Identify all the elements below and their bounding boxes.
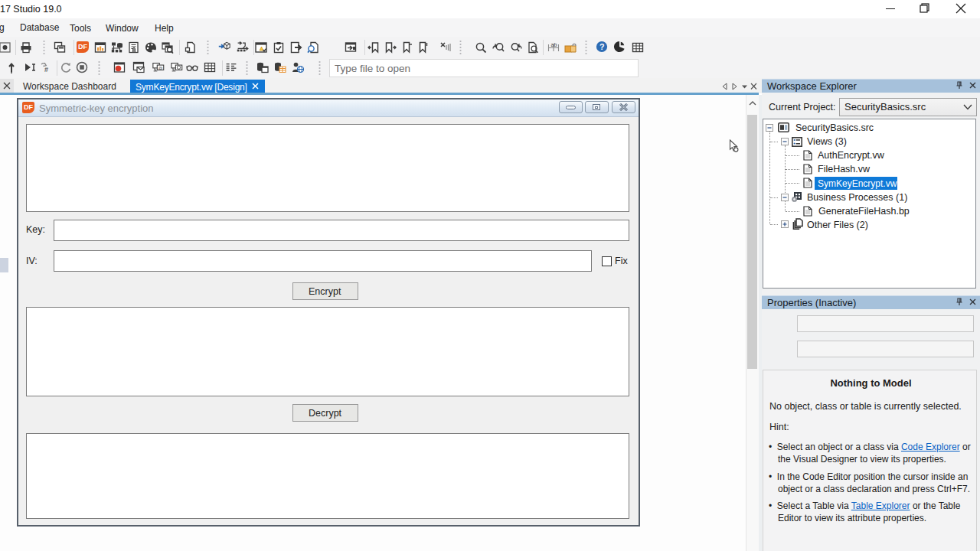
svg-text:ab: ab — [551, 42, 557, 47]
svg-text:?: ? — [599, 42, 605, 51]
svg-text:#: # — [44, 66, 48, 73]
svg-text:@: @ — [158, 66, 163, 70]
